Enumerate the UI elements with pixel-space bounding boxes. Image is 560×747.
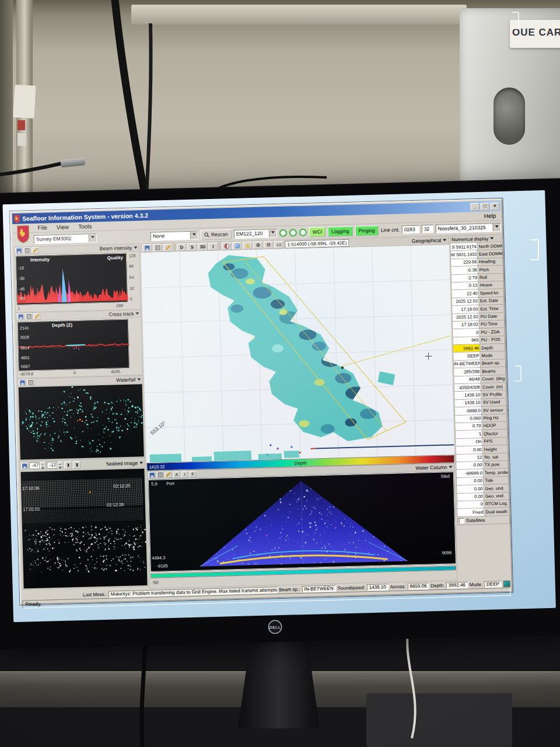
- save-icon[interactable]: [149, 472, 156, 478]
- save-icon[interactable]: [19, 379, 26, 386]
- numerical-label: PPS: [482, 438, 507, 445]
- print-icon[interactable]: [153, 244, 162, 252]
- map-toggle-button[interactable]: I: [208, 242, 218, 250]
- logging-button[interactable]: Logging: [328, 226, 353, 236]
- numerical-label: Cover. (m): [481, 383, 506, 390]
- chevron-down-icon[interactable]: [493, 224, 501, 231]
- led-button-2[interactable]: [289, 229, 296, 236]
- scroll-up-down-icon[interactable]: [64, 461, 72, 469]
- chevron-down-icon[interactable]: [268, 229, 276, 237]
- numerical-value: 0: [457, 501, 484, 509]
- screen: Seafloor Information System - version 4.…: [2, 190, 555, 622]
- numerical-label: Mode: [480, 351, 505, 359]
- gain-value[interactable]: -47: [29, 462, 40, 469]
- wall-background: OUE CAR: [0, 0, 560, 210]
- seabed-view-select[interactable]: Seabed image: [106, 460, 144, 467]
- tvg-stepper[interactable]: -12: [47, 462, 63, 469]
- numerical-label: Tide: [484, 477, 508, 484]
- numerical-value: 2025 12 02: [452, 298, 479, 306]
- satellites-checkbox[interactable]: [459, 518, 464, 523]
- sequence-field[interactable]: 32: [422, 225, 433, 233]
- save-icon[interactable]: [17, 313, 24, 320]
- numerical-label: RTCM Log.: [484, 500, 509, 508]
- map-toggle-button[interactable]: 3D: [198, 243, 207, 250]
- water-column-display: 5,9 Port Stbd 9096 4494.3 -9165: [148, 472, 456, 572]
- grid-icon[interactable]: [25, 313, 32, 320]
- edit-icon[interactable]: [32, 247, 38, 253]
- scroll-up-down-icon-2[interactable]: [73, 460, 80, 468]
- status-field-label: Depth:: [430, 583, 444, 589]
- beam-intensity-view-select[interactable]: Beam intensity: [100, 245, 138, 252]
- cross-ytick: 2141: [20, 326, 29, 330]
- menu-item[interactable]: View: [52, 223, 73, 231]
- zoom-in-icon[interactable]: ⊕: [253, 241, 262, 249]
- edit-icon[interactable]: [165, 471, 172, 477]
- wc-mode-button[interactable]: I: [181, 471, 188, 477]
- coverage-icon[interactable]: [222, 242, 231, 250]
- grid-icon[interactable]: [157, 472, 164, 478]
- numerical-label: TX pow.: [483, 461, 508, 469]
- save-icon[interactable]: [15, 247, 22, 254]
- map-toggle-button[interactable]: D: [177, 243, 186, 251]
- chevron-down-icon[interactable]: [190, 231, 198, 239]
- numerical-display-select[interactable]: Numerical display: [452, 235, 494, 242]
- chevron-down-icon[interactable]: [89, 234, 96, 242]
- snapshot-icon[interactable]: [163, 243, 173, 251]
- water-column-view-select[interactable]: Water Column: [415, 464, 453, 471]
- led-button-3[interactable]: [299, 228, 306, 236]
- line-select[interactable]: Noosfera_30_210325: [436, 222, 501, 233]
- geographic-map[interactable]: 553.10°: [141, 245, 454, 463]
- wci-button[interactable]: WCI: [309, 226, 326, 237]
- close-button[interactable]: ×: [491, 203, 499, 210]
- tvg-down-icon[interactable]: [57, 465, 63, 469]
- wc-mode-button[interactable]: F: [190, 470, 197, 477]
- numerical-label: Ext. Time: [479, 305, 503, 312]
- numerical-value: 0.12: [452, 282, 478, 290]
- sounder-select[interactable]: EM122_120: [233, 229, 276, 239]
- beam-ytick: -45: [19, 287, 24, 291]
- map-toggle-button[interactable]: S: [187, 243, 197, 250]
- led-button-1[interactable]: [279, 229, 286, 236]
- right-column: Numerical display S 5911.6174 North DDMM: [450, 234, 511, 581]
- grid-icon[interactable]: [27, 379, 34, 386]
- cross-ytick: 5687: [21, 364, 30, 368]
- gain-stepper[interactable]: -47: [29, 462, 46, 470]
- save-icon[interactable]: [142, 244, 152, 252]
- seabed-time-2: 02:12:25: [113, 483, 130, 489]
- numerical-label: Speed kn: [479, 289, 503, 296]
- cross-track-panel: Cross track: [15, 309, 143, 379]
- menu-item[interactable]: File: [33, 224, 51, 232]
- save-icon[interactable]: [21, 463, 28, 469]
- edit-icon[interactable]: [33, 313, 40, 319]
- numerical-label: Dual swath: [484, 508, 509, 515]
- globe-icon[interactable]: [232, 242, 242, 249]
- numerical-value: 4350/4308: [454, 383, 481, 392]
- cross-track-view-select[interactable]: Cross track: [108, 310, 139, 317]
- pinging-button[interactable]: Pinging: [355, 225, 379, 236]
- rescan-button[interactable]: Rescan: [201, 229, 232, 240]
- pu-select[interactable]: None: [150, 231, 198, 240]
- menu-item[interactable]: Tools: [74, 222, 96, 231]
- gain-down-icon[interactable]: [40, 466, 46, 469]
- numerical-label: PU - ZDA: [480, 328, 504, 336]
- marker-icon[interactable]: [243, 242, 252, 249]
- tvg-value[interactable]: -12: [47, 462, 57, 469]
- zoom-area-icon[interactable]: ▭: [274, 240, 284, 248]
- waterfall-view-select[interactable]: Waterfall: [116, 376, 141, 383]
- line-count-field[interactable]: 0283: [402, 225, 419, 234]
- survey-select[interactable]: Survey EM3002: [34, 233, 97, 244]
- cross-xtick: -4579.8: [19, 372, 33, 376]
- wc-mode-button[interactable]: A: [173, 471, 180, 477]
- grid-icon[interactable]: [23, 247, 30, 254]
- numerical-value: 1438.10: [454, 391, 481, 399]
- minimize-button[interactable]: _: [471, 203, 480, 210]
- maximize-button[interactable]: □: [481, 203, 489, 210]
- zoom-out-icon[interactable]: ⊖: [264, 241, 273, 249]
- app-window: Seafloor Information System - version 4.…: [10, 198, 513, 605]
- camera-focus-bracket-3: [512, 12, 519, 29]
- seabed-body: 17:10:36 02:12:25 17:02:02 02:12:28: [19, 468, 148, 590]
- projection-select[interactable]: Geographical: [412, 237, 447, 244]
- last-message-label: Last Mess.:: [83, 592, 107, 598]
- menu-help[interactable]: Help: [480, 212, 501, 220]
- cross-ytick: 3914: [20, 345, 30, 350]
